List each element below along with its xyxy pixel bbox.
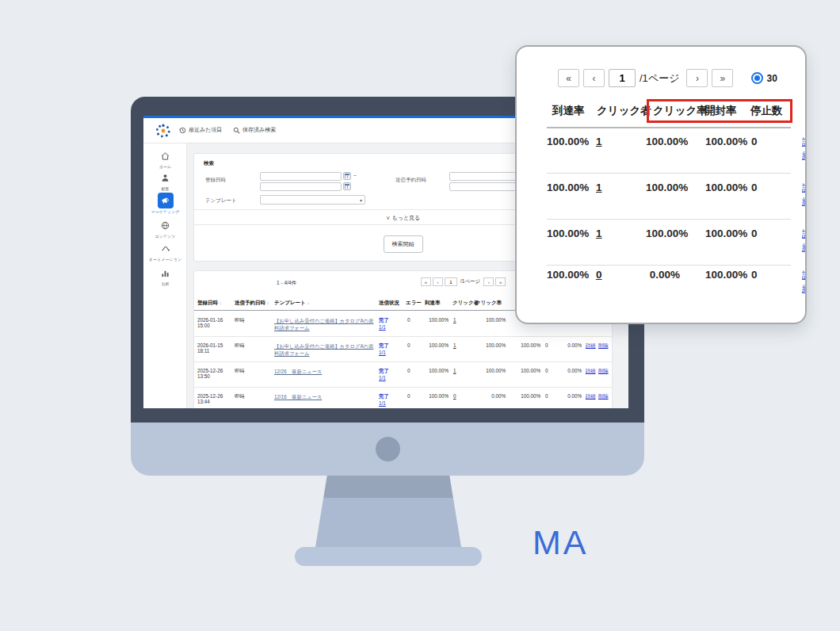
sidebar: ホーム 顧客 マーケティング: [143, 143, 187, 408]
click-rate-cell: 100.00%: [646, 136, 680, 147]
header-divider: [547, 127, 791, 128]
status-cell: 完了1/1: [379, 317, 389, 330]
col-header-scheduled[interactable]: 送信予約日時 ↓: [235, 300, 269, 307]
open-rate-cell: 100.00%: [705, 228, 739, 239]
status-page-link[interactable]: 1/1: [379, 400, 386, 406]
calendar-icon: [345, 174, 349, 178]
clickers-link[interactable]: 1: [453, 317, 456, 323]
pagination-total-label: /1ページ: [460, 278, 480, 285]
sidebar-item-analytics[interactable]: 分析: [143, 266, 187, 287]
col-header-template[interactable]: テンプレート ↓: [274, 300, 310, 307]
sidebar-item-automation[interactable]: オートメーション: [143, 242, 187, 262]
col-header-registered[interactable]: 登録日時 ↓: [197, 300, 222, 307]
col-header-clickers: クリック者: [597, 104, 651, 118]
detail-link[interactable]: 詳細: [802, 136, 807, 163]
pagination-page-input[interactable]: [445, 277, 457, 286]
megaphone-icon: [161, 196, 170, 205]
stage: 最近みた項目 保存済み検索 ホーム: [0, 0, 840, 631]
pagination-last-button[interactable]: »: [712, 69, 733, 87]
schedule-cell: 即時: [235, 342, 245, 350]
registered-date-from-input[interactable]: [260, 172, 342, 181]
page-size-label: 30: [766, 73, 777, 84]
clickers-link[interactable]: 1: [596, 182, 602, 193]
sidebar-item-home[interactable]: ホーム: [143, 149, 187, 170]
page-size-radio[interactable]: 30: [751, 72, 777, 84]
detail-link[interactable]: 詳細: [802, 269, 807, 296]
error-cell: 0: [407, 342, 410, 348]
chevron-down-icon: ▾: [360, 197, 362, 203]
sidebar-item-label: コンテンツ: [145, 234, 185, 239]
template-link[interactable]: 【お申し込み受付のご連絡】カタログAの資料請求フォーム: [274, 317, 374, 332]
row-divider: [547, 219, 791, 220]
recent-items-menu[interactable]: 最近みた項目: [179, 126, 222, 134]
pagination-next-button[interactable]: ›: [483, 277, 494, 286]
delete-link[interactable]: 削除: [598, 342, 609, 350]
col-header-reach: 到達率: [425, 300, 441, 307]
registered-cell: 2025-12-2613:50: [197, 368, 223, 379]
reach-cell: 100.00%: [547, 136, 581, 147]
sidebar-item-marketing[interactable]: マーケティング: [143, 193, 187, 215]
pagination-prev-button[interactable]: ‹: [433, 277, 443, 286]
pagination-next-button[interactable]: ›: [686, 69, 708, 87]
registered-cell: 2026-01-1518:11: [197, 342, 223, 354]
calendar-picker-button[interactable]: [343, 172, 351, 180]
stops-cell: 0: [751, 269, 758, 281]
search-start-button[interactable]: 検索開始: [384, 235, 423, 253]
calendar-picker-button[interactable]: [343, 182, 351, 190]
detail-link[interactable]: 詳細: [586, 393, 596, 400]
col-header-status: 送信状況: [379, 300, 399, 307]
pagination-first-button[interactable]: «: [558, 69, 579, 87]
delete-link[interactable]: 削除: [598, 393, 609, 400]
saved-search-menu[interactable]: 保存済み検索: [233, 126, 276, 134]
row-divider: [547, 173, 791, 174]
table-row: 2026-01-1518:11 即時 【お申し込み受付のご連絡】カタログAの資料…: [194, 337, 612, 362]
monitor-stand-neck: [315, 476, 461, 547]
pagination-prev-button[interactable]: ‹: [583, 69, 605, 87]
app-logo-icon[interactable]: [155, 122, 172, 143]
sidebar-item-customers[interactable]: 顧客: [143, 171, 187, 192]
pagination-page-input[interactable]: [609, 69, 636, 87]
sidebar-item-content[interactable]: コンテンツ: [143, 219, 187, 239]
error-cell: 0: [407, 368, 410, 373]
col-header-error: エラー: [406, 300, 422, 307]
detail-link[interactable]: 詳細: [586, 342, 596, 350]
bar-chart-icon: [161, 270, 170, 277]
date-range-tilde: ~: [353, 173, 357, 178]
detail-link[interactable]: 詳細: [802, 182, 807, 208]
status-page-link[interactable]: 1/1: [379, 324, 386, 330]
clickers-link[interactable]: 1: [596, 136, 602, 147]
delete-link[interactable]: 削除: [598, 368, 609, 375]
template-link[interactable]: 12/26 最新ニュース: [274, 368, 374, 375]
click-rate-cell: 100.00%: [475, 342, 506, 348]
active-item-highlight: [158, 193, 174, 208]
reach-cell: 100.00%: [420, 342, 449, 348]
clickers-link[interactable]: 0: [453, 393, 456, 399]
reach-cell: 100.00%: [420, 368, 449, 373]
template-link[interactable]: 【お申し込み受付のご連絡】カタログAの資料請求フォーム: [274, 342, 374, 358]
registered-date-to-input[interactable]: [260, 182, 342, 191]
detail-link[interactable]: 詳細: [802, 228, 807, 254]
table-row: 2025-12-2613:44 即時 12/16 最新ニュース 完了1/1 0 …: [194, 388, 612, 408]
clickers-link[interactable]: 1: [453, 368, 456, 373]
pagination-total-label: /1ページ: [640, 71, 679, 86]
template-select[interactable]: ▾: [260, 195, 365, 205]
clickers-link[interactable]: 0: [596, 269, 602, 281]
open-rate-cell: 100.00%: [705, 269, 739, 281]
open-rate-cell: 100.00%: [705, 182, 739, 193]
pagination-first-button[interactable]: «: [421, 277, 431, 286]
stops-cell: 0: [751, 228, 758, 239]
clickers-link[interactable]: 1: [453, 342, 456, 348]
pagination-last-button[interactable]: »: [495, 277, 506, 286]
sidebar-item-label: マーケティング: [145, 209, 185, 214]
status-page-link[interactable]: 1/1: [379, 375, 386, 381]
sidebar-item-label: 顧客: [145, 186, 185, 191]
status-page-link[interactable]: 1/1: [379, 350, 386, 355]
clickers-link[interactable]: 1: [596, 228, 602, 239]
monitor-camera-dot: [376, 437, 400, 461]
template-link[interactable]: 12/16 最新ニュース: [274, 393, 374, 400]
highlight-red-box: [647, 99, 792, 123]
calendar-icon: [345, 184, 349, 189]
detail-link[interactable]: 詳細: [586, 368, 596, 375]
open-rate-cell: 100.00%: [510, 368, 540, 373]
table-row: 2025-12-2613:50 即時 12/26 最新ニュース 完了1/1 0 …: [194, 362, 612, 388]
